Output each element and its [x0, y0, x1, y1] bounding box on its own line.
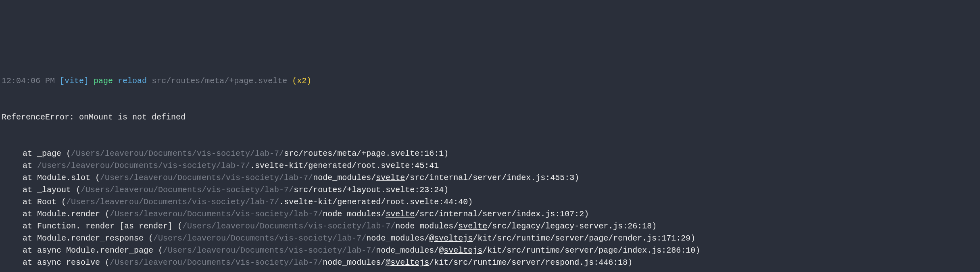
stack-dim-path: /Users/leaverou/Documents/vis-society/la… — [66, 197, 279, 207]
stack-suffix: ) — [695, 246, 700, 255]
vite-label: [vite] — [60, 76, 89, 86]
reload-file: src/routes/meta/+page.svelte — [152, 76, 287, 86]
stack-suffix: ) — [468, 197, 473, 207]
vite-reload-line: 12:04:06 PM [vite] page reload src/route… — [2, 75, 978, 87]
stack-prefix: at async Module.render_page ( — [23, 246, 163, 255]
stack-package-link[interactable]: @sveltejs — [439, 246, 482, 255]
stack-frame: at /Users/leaverou/Documents/vis-society… — [2, 160, 978, 172]
stack-path-before: .svelte-kit/generated/root.svelte:45:41 — [250, 161, 439, 170]
stack-package-link[interactable]: svelte — [376, 173, 405, 182]
stack-prefix: at Function._render [as render] ( — [23, 222, 182, 231]
stack-frame: at Function._render [as render] (/Users/… — [2, 220, 978, 232]
stack-frame: at async Module.render_page (/Users/leav… — [2, 245, 978, 257]
stack-package-link[interactable]: @sveltejs — [386, 258, 429, 267]
stack-path-before: .svelte-kit/generated/root.svelte:44:40 — [279, 197, 468, 207]
timestamp: 12:04:06 PM — [2, 76, 55, 86]
stack-path-after: /src/legacy/legacy-server.js:26:18 — [487, 222, 652, 231]
stack-path-before: node_modules/ — [376, 246, 439, 255]
stack-path-after: /kit/src/runtime/server/respond.js:446:1… — [429, 258, 628, 267]
stack-prefix: at Module.render ( — [23, 209, 110, 219]
terminal-output[interactable]: 12:04:06 PM [vite] page reload src/route… — [2, 51, 978, 272]
stack-dim-path: /Users/leaverou/Documents/vis-society/la… — [182, 222, 395, 231]
stack-dim-path: /Users/leaverou/Documents/vis-society/la… — [110, 209, 323, 219]
stack-path-after: /src/internal/server/index.js:455:3 — [405, 173, 574, 182]
stack-dim-path: /Users/leaverou/Documents/vis-society/la… — [163, 246, 376, 255]
stack-path-before: node_modules/ — [366, 234, 429, 243]
stack-frame: at _page (/Users/leaverou/Documents/vis-… — [2, 148, 978, 160]
stack-prefix: at _page ( — [23, 149, 71, 158]
stack-dim-path: /Users/leaverou/Documents/vis-society/la… — [37, 161, 250, 170]
stack-suffix: ) — [584, 209, 589, 219]
stack-trace: at _page (/Users/leaverou/Documents/vis-… — [2, 148, 978, 269]
stack-suffix: ) — [444, 149, 448, 158]
stack-path-before: node_modules/ — [323, 209, 386, 219]
stack-frame: at Module.slot (/Users/leaverou/Document… — [2, 172, 978, 184]
stack-path-before: src/routes/meta/+page.svelte:16:1 — [284, 149, 444, 158]
stack-path-before: src/routes/+layout.svelte:23:24 — [294, 185, 444, 195]
stack-suffix: ) — [652, 222, 657, 231]
stack-suffix: ) — [690, 234, 695, 243]
stack-frame: at Module.render_response (/Users/leaver… — [2, 232, 978, 245]
stack-package-link[interactable]: svelte — [458, 222, 487, 231]
stack-path-after: /src/internal/server/index.js:107:2 — [415, 209, 584, 219]
stack-frame: at async resolve (/Users/leaverou/Docume… — [2, 257, 978, 269]
stack-prefix: at Module.slot ( — [23, 173, 100, 182]
page-word: page — [94, 76, 113, 86]
stack-prefix: at — [23, 161, 37, 170]
stack-frame: at _layout (/Users/leaverou/Documents/vi… — [2, 184, 978, 196]
stack-prefix: at Module.render_response ( — [23, 234, 153, 243]
stack-suffix: ) — [628, 258, 632, 267]
stack-dim-path: /Users/leaverou/Documents/vis-society/la… — [100, 173, 313, 182]
stack-path-after: /kit/src/runtime/server/page/render.js:1… — [473, 234, 690, 243]
reload-word: reload — [118, 76, 147, 86]
stack-path-after: /kit/src/runtime/server/page/index.js:28… — [482, 246, 695, 255]
stack-suffix: ) — [444, 185, 448, 195]
stack-dim-path: /Users/leaverou/Documents/vis-society/la… — [153, 234, 366, 243]
error-message: ReferenceError: onMount is not defined — [2, 111, 978, 123]
stack-package-link[interactable]: svelte — [386, 209, 415, 219]
stack-frame: at Root (/Users/leaverou/Documents/vis-s… — [2, 196, 978, 208]
stack-frame: at Module.render (/Users/leaverou/Docume… — [2, 208, 978, 220]
stack-prefix: at Root ( — [23, 197, 66, 207]
stack-suffix: ) — [574, 173, 579, 182]
stack-dim-path: /Users/leaverou/Documents/vis-society/la… — [110, 258, 323, 267]
stack-prefix: at _layout ( — [23, 185, 81, 195]
stack-package-link[interactable]: @sveltejs — [429, 234, 473, 243]
stack-path-before: node_modules/ — [323, 258, 386, 267]
stack-dim-path: /Users/leaverou/Documents/vis-society/la… — [71, 149, 284, 158]
stack-path-before: node_modules/ — [313, 173, 376, 182]
reload-count: (x2) — [292, 76, 311, 86]
stack-path-before: node_modules/ — [395, 222, 458, 231]
stack-dim-path: /Users/leaverou/Documents/vis-society/la… — [81, 185, 294, 195]
stack-prefix: at async resolve ( — [23, 258, 110, 267]
